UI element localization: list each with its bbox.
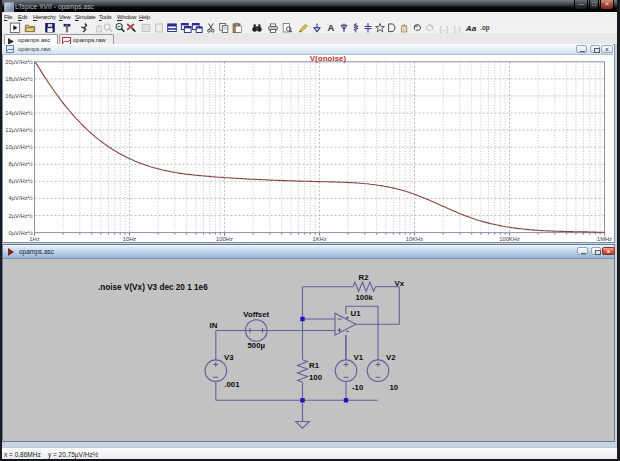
svg-text:.noise V(Vx) V3 dec 20 1 1e6: .noise V(Vx) V3 dec 20 1 1e6 <box>98 283 208 292</box>
svg-text:V1: V1 <box>354 353 364 362</box>
svg-text:100Hz: 100Hz <box>216 236 233 242</box>
svg-text:10: 10 <box>390 383 399 392</box>
svg-text:V3: V3 <box>224 353 234 362</box>
svg-text:V2: V2 <box>386 353 396 362</box>
svg-text:Aa: Aa <box>465 24 477 33</box>
svg-text:8µV/Hz½: 8µV/Hz½ <box>9 161 33 167</box>
svg-text:-10: -10 <box>352 383 364 392</box>
svg-text:1MHz: 1MHz <box>597 236 612 242</box>
svg-text:20µV/Hz½: 20µV/Hz½ <box>5 59 32 65</box>
svg-text:4µV/Hz½: 4µV/Hz½ <box>9 195 33 201</box>
svg-text:IN: IN <box>210 321 218 330</box>
svg-text:R1: R1 <box>309 361 320 370</box>
svg-text:U1: U1 <box>351 309 362 318</box>
svg-text:R2: R2 <box>359 273 370 282</box>
svg-text:{..}: {..} <box>439 24 449 33</box>
svg-text:1Hz: 1Hz <box>29 236 39 242</box>
svg-text:2µV/Hz½: 2µV/Hz½ <box>9 213 33 219</box>
svg-text:.op: .op <box>480 24 490 32</box>
svg-text:Vx: Vx <box>395 279 405 288</box>
svg-text:1KHz: 1KHz <box>312 236 326 242</box>
svg-text:6µV/Hz½: 6µV/Hz½ <box>9 178 33 184</box>
svg-text:500µ: 500µ <box>248 341 266 350</box>
svg-text:100: 100 <box>309 373 323 382</box>
svg-text:12µV/Hz½: 12µV/Hz½ <box>5 127 32 133</box>
svg-text:A: A <box>328 23 335 33</box>
svg-text:16µV/Hz½: 16µV/Hz½ <box>5 93 32 99</box>
svg-text:(.): (.) <box>453 24 461 33</box>
svg-text:10Hz: 10Hz <box>123 236 137 242</box>
svg-text:10µV/Hz½: 10µV/Hz½ <box>5 144 32 150</box>
svg-text:.001: .001 <box>224 380 240 389</box>
svg-text:100k: 100k <box>356 293 374 302</box>
svg-text:10KHz: 10KHz <box>406 236 424 242</box>
svg-text:14µV/Hz½: 14µV/Hz½ <box>5 110 32 116</box>
svg-text:18µV/Hz½: 18µV/Hz½ <box>5 76 32 82</box>
svg-text:100KHz: 100KHz <box>499 236 520 242</box>
svg-text:Voffset: Voffset <box>243 310 269 319</box>
svg-text:0µV/Hz½: 0µV/Hz½ <box>9 230 33 236</box>
